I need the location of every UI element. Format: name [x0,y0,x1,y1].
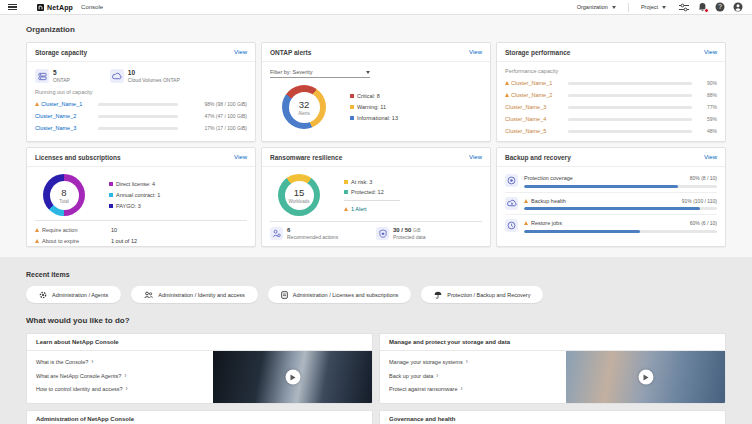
netapp-logo: NetApp [37,4,73,11]
cluster-link[interactable]: Cluster_Name_1 [35,101,93,107]
view-link[interactable]: View [704,49,717,55]
capacity-row: Cluster_Name_3 17% (17 / 100 GiB) [35,122,247,134]
backup-recovery-card: Backup and recovery View Protection cove… [496,147,726,247]
legend-item: PAYGO: 3 [109,203,160,209]
brand-name: NetApp [47,4,73,11]
cluster-link[interactable]: Cluster_Name_2 [35,113,93,119]
settings-icon[interactable] [678,1,690,13]
cluster-link[interactable]: Cluster_Name_3 [505,104,563,110]
recent-chip-agents[interactable]: Administration / Agents [26,286,121,303]
view-link[interactable]: View [234,154,247,160]
capacity-bar [98,103,178,106]
help-icon[interactable]: ? [714,1,726,13]
workloads-total: 15 [294,187,305,198]
todo-link[interactable]: What are NetApp Console Agents? [36,373,204,380]
recent-chip-identity[interactable]: Administration / Identity and access [131,286,258,303]
performance-row: Cluster_Name_2 88% [505,89,717,101]
storage-capacity-card: Storage capacity View 5 ONTAP [26,42,256,142]
bottom-section: Recent items Administration / Agents Adm… [0,257,752,424]
legend-item: Direct license: 4 [109,181,160,187]
video-thumbnail[interactable] [566,351,725,403]
capacity-row: Cluster_Name_1 98% (98 / 100 GiB) [35,98,247,110]
card-title: Licenses and subscriptions [35,154,121,161]
warning-icon [524,221,528,225]
todo-card-manage: Manage and protect your storage and data… [379,333,726,404]
account-icon[interactable] [732,1,744,13]
chevron-down-icon [662,6,666,9]
todo-link[interactable]: Back up your data [389,373,557,380]
todo-card-title: Manage and protect your storage and data [380,334,725,351]
play-icon[interactable] [638,370,653,385]
stat-value: 6 [287,227,338,233]
workloads-total-label: Workloads [288,199,309,204]
cluster-link[interactable]: Cluster_Name_3 [35,125,93,131]
stat-label: Cloud Volumes ONTAP [128,77,180,83]
recommended-actions-icon [270,227,283,240]
license-alert-row: Require action 10 [35,224,247,235]
todo-card-governance: Governance and health Classify and gover… [379,410,726,424]
performance-row: Cluster_Name_5 48% [505,125,717,137]
view-link[interactable]: View [469,154,482,160]
card-title: Storage performance [505,49,570,56]
menu-icon[interactable] [8,4,17,11]
page-title: Organization [26,25,726,34]
stat-value: 10 [128,69,180,76]
license-icon [281,291,288,299]
notifications-icon[interactable] [696,1,708,13]
recent-chip-protection[interactable]: Protection / Backup and Recovery [421,286,543,303]
project-selector-label: Project [641,4,658,10]
netapp-logo-mark [37,4,44,11]
warning-icon [35,228,39,232]
project-selector[interactable]: Project [635,4,672,10]
ransomware-alert-link[interactable]: 1 Alert [344,206,400,212]
legend-item: At risk: 3 [344,179,400,185]
chip-label: Administration / Licenses and subscripti… [293,292,398,298]
alert-value: 1 out of 12 [111,238,137,244]
organization-selector[interactable]: Organization [571,4,622,10]
warning-icon [524,199,528,203]
view-link[interactable]: View [704,154,717,160]
warning-icon [35,102,39,106]
chip-label: Administration / Identity and access [158,292,245,298]
play-icon[interactable] [285,370,300,385]
performance-bar [568,118,692,121]
backup-metric-row: Protection coverage 80% (8 / 10) [505,170,717,193]
stat-label: ONTAP [53,77,70,83]
chip-label: Protection / Backup and Recovery [447,292,530,298]
stat-label: Protected data [393,234,426,240]
capacity-value: 98% (98 / 100 GiB) [183,101,247,107]
product-name: Console [81,4,103,10]
todo-link[interactable]: What is the Console? [36,359,204,366]
cluster-link[interactable]: Cluster_Name_4 [505,116,563,122]
alerts-donut-chart: 32Alerts [282,85,326,129]
legend-item: Warning: 11 [350,104,398,110]
warning-icon [344,207,348,211]
cluster-link[interactable]: Cluster_Name_1 [505,80,563,86]
capacity-bar [98,115,178,118]
performance-row: Cluster_Name_3 77% [505,101,717,113]
view-link[interactable]: View [234,49,247,55]
todo-card-title: Governance and health [380,411,725,424]
cluster-link[interactable]: Cluster_Name_5 [505,128,563,134]
recent-chip-licenses[interactable]: Administration / Licenses and subscripti… [268,286,411,303]
alert-label: Require action [42,227,108,233]
todo-link[interactable]: How to control identity and access? [36,386,204,393]
todo-card-title: Learn about NetApp Console [27,334,372,351]
capacity-value: 47% (47 / 100 GiB) [183,113,247,119]
performance-row: Cluster_Name_4 59% [505,113,717,125]
video-thumbnail[interactable] [213,351,372,403]
card-title: Ransomware resilience [270,154,342,161]
backup-metric-row: Restore jobs 60% (6 / 10) [505,215,717,237]
storage-performance-card: Storage performance View Performance cap… [496,42,726,142]
backup-metric-row: Backup health 91% (100 / 110) [505,193,717,216]
cluster-link[interactable]: Cluster_Name_2 [505,92,563,98]
section-label: Performance capacity [505,68,717,74]
ransomware-donut-chart: 15Workloads [278,174,320,216]
performance-row: Cluster_Name_1 90% [505,77,717,89]
todo-link[interactable]: Manage your storage systems [389,359,557,366]
view-link[interactable]: View [469,49,482,55]
performance-value: 48% [697,128,717,134]
todo-link[interactable]: Protect against ransomware [389,386,557,393]
metric-label: Protection coverage [524,175,573,181]
severity-filter-select[interactable]: Filter by: Severity [270,69,370,78]
